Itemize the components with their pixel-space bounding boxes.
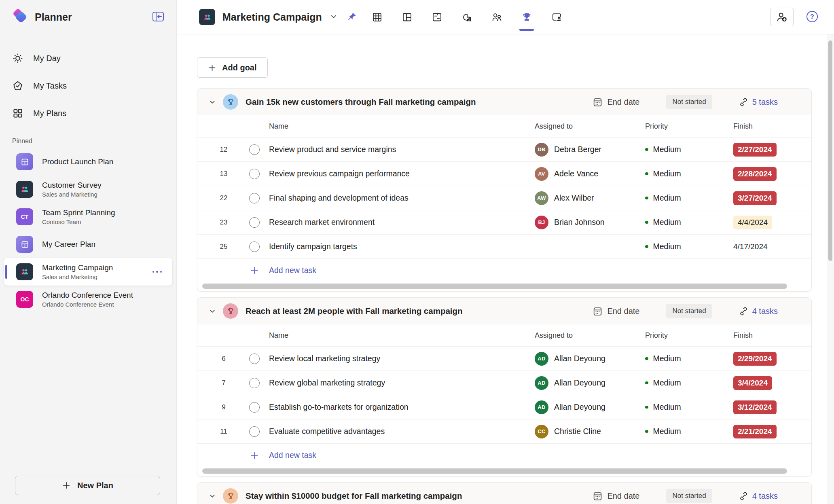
goal-section-2: Reach at least 2M people with Fall marke… bbox=[197, 297, 812, 476]
avatar: AD bbox=[535, 376, 548, 390]
horizontal-scrollbar[interactable] bbox=[202, 468, 799, 474]
sidebar-item-my-day[interactable]: My Day bbox=[0, 44, 176, 72]
task-complete-circle[interactable] bbox=[249, 144, 260, 155]
avatar: BJ bbox=[535, 216, 548, 229]
finish-date-badge: 2/28/2024 bbox=[733, 167, 777, 181]
end-date-button[interactable]: End date bbox=[593, 97, 639, 107]
plan-grid-icon bbox=[20, 240, 30, 249]
view-switcher bbox=[371, 0, 563, 34]
chevron-down-icon[interactable] bbox=[207, 491, 217, 501]
sidebar-item-product-launch-plan[interactable]: Product Launch Plan bbox=[4, 148, 172, 176]
link-icon bbox=[739, 491, 748, 501]
linked-tasks-link[interactable]: 4 tasks bbox=[739, 491, 778, 501]
task-complete-circle[interactable] bbox=[249, 354, 260, 364]
table-header: Name Assigned to Priority Finish bbox=[197, 324, 811, 346]
sidebar-item-orlando-conference-event[interactable]: OC Orlando Conference EventOrlando Confe… bbox=[4, 286, 172, 313]
end-date-button[interactable]: End date bbox=[593, 306, 639, 316]
priority-dot bbox=[645, 406, 648, 409]
finish-date-badge: 2/29/2024 bbox=[733, 352, 777, 366]
timeline-view-icon[interactable] bbox=[431, 0, 443, 34]
help-icon[interactable]: ? bbox=[806, 10, 819, 24]
task-complete-circle[interactable] bbox=[249, 378, 260, 388]
task-check-icon bbox=[12, 80, 23, 91]
sidebar-item-my-career-plan[interactable]: My Career Plan bbox=[4, 231, 172, 258]
status-badge[interactable]: Not started bbox=[666, 304, 712, 318]
plus-icon[interactable] bbox=[250, 266, 259, 275]
task-row[interactable]: 22 Final shaping and development of idea… bbox=[197, 186, 811, 210]
horizontal-scrollbar[interactable] bbox=[202, 284, 799, 289]
sidebar-item-my-plans[interactable]: My Plans bbox=[0, 100, 176, 127]
task-complete-circle[interactable] bbox=[249, 426, 260, 437]
task-complete-circle[interactable] bbox=[249, 217, 260, 228]
chevron-down-icon[interactable] bbox=[207, 306, 217, 316]
chevron-down-icon[interactable] bbox=[207, 97, 217, 107]
task-row[interactable]: 12 Review product and service margins DB… bbox=[197, 137, 811, 161]
assignments-view-icon[interactable] bbox=[550, 0, 563, 34]
add-goal-button[interactable]: Add goal bbox=[197, 57, 268, 78]
avatar: AD bbox=[535, 400, 548, 414]
plan-title: Marketing Campaign bbox=[222, 11, 322, 23]
plan-grid-icon bbox=[20, 157, 30, 167]
finish-date-badge: 2/21/2024 bbox=[733, 425, 777, 438]
plan-icon bbox=[16, 181, 33, 198]
people-glyph-icon bbox=[203, 13, 212, 22]
plan-dropdown-chevron-icon[interactable] bbox=[328, 11, 340, 24]
status-badge[interactable]: Not started bbox=[666, 489, 712, 503]
plus-icon[interactable] bbox=[250, 451, 259, 460]
pin-icon[interactable] bbox=[345, 10, 358, 24]
priority-dot bbox=[645, 172, 648, 176]
task-row[interactable]: 23 Research market environment BJBrian J… bbox=[197, 210, 811, 234]
task-row[interactable]: 6 Review local marketing strategy ADAlla… bbox=[197, 346, 811, 371]
link-icon bbox=[739, 307, 748, 316]
people-view-icon[interactable] bbox=[491, 0, 503, 34]
task-row[interactable]: 13 Review previous campaign performance … bbox=[197, 161, 811, 186]
goal-header[interactable]: Stay within $10000 budget for Fall marke… bbox=[197, 483, 811, 504]
plan-icon: CT bbox=[16, 208, 33, 225]
goal-trophy-icon bbox=[223, 303, 238, 319]
goals-view-icon[interactable] bbox=[521, 0, 533, 34]
avatar: AW bbox=[535, 191, 548, 205]
charts-view-icon[interactable] bbox=[461, 0, 473, 34]
sidebar-item-my-tasks[interactable]: My Tasks bbox=[0, 72, 176, 100]
board-view-icon[interactable] bbox=[401, 0, 413, 34]
task-row[interactable]: 7 Review global marketing strategy ADAll… bbox=[197, 371, 811, 395]
priority-dot bbox=[645, 381, 648, 385]
plan-icon bbox=[16, 263, 33, 280]
collapse-sidebar-icon[interactable] bbox=[151, 11, 165, 23]
task-complete-circle[interactable] bbox=[249, 241, 260, 252]
goal-header[interactable]: Reach at least 2M people with Fall marke… bbox=[197, 298, 811, 324]
sidebar-nav: My Day My Tasks My Plans bbox=[0, 44, 176, 127]
add-member-button[interactable] bbox=[770, 8, 794, 26]
app-title: Planner bbox=[35, 11, 151, 23]
sidebar-item-marketing-campaign[interactable]: Marketing CampaignSales and Marketing bbox=[4, 258, 172, 286]
planner-logo-icon bbox=[12, 9, 28, 25]
add-new-task-button[interactable]: Add new task bbox=[197, 258, 811, 282]
task-complete-circle[interactable] bbox=[249, 402, 260, 413]
new-plan-button[interactable]: New Plan bbox=[15, 476, 160, 495]
status-badge[interactable]: Not started bbox=[666, 95, 712, 109]
avatar: DB bbox=[535, 143, 548, 157]
task-row[interactable]: 9 Establish go-to-markets for organizati… bbox=[197, 395, 811, 419]
person-add-icon bbox=[776, 11, 788, 23]
task-complete-circle[interactable] bbox=[249, 193, 260, 203]
main-area: Marketing Campaign bbox=[177, 0, 834, 504]
sidebar-item-customer-survey[interactable]: Customer SurveySales and Marketing bbox=[4, 176, 172, 203]
linked-tasks-link[interactable]: 4 tasks bbox=[739, 307, 778, 316]
task-row[interactable]: 11 Evaluate competitive advantages CCChr… bbox=[197, 419, 811, 443]
task-row[interactable]: 25 Identify campaign targets Medium 4/17… bbox=[197, 234, 811, 258]
current-plan-icon bbox=[199, 9, 215, 25]
more-options-icon[interactable] bbox=[152, 271, 165, 273]
table-header: Name Assigned to Priority Finish bbox=[197, 115, 811, 137]
grid-view-icon[interactable] bbox=[371, 0, 383, 34]
sidebar-item-team-sprint-planning[interactable]: CT Team Sprint PlanningContoso Team bbox=[4, 203, 172, 231]
task-complete-circle[interactable] bbox=[249, 169, 260, 179]
vertical-scrollbar[interactable] bbox=[827, 34, 834, 504]
linked-tasks-link[interactable]: 5 tasks bbox=[739, 97, 778, 107]
add-new-task-button[interactable]: Add new task bbox=[197, 443, 811, 467]
calendar-icon bbox=[593, 97, 603, 107]
goal-header[interactable]: Gain 15k new customers through Fall mark… bbox=[197, 89, 811, 115]
vertical-scrollbar-thumb[interactable] bbox=[828, 40, 832, 261]
end-date-button[interactable]: End date bbox=[593, 491, 639, 501]
priority-dot bbox=[645, 221, 648, 224]
calendar-icon bbox=[593, 491, 603, 501]
